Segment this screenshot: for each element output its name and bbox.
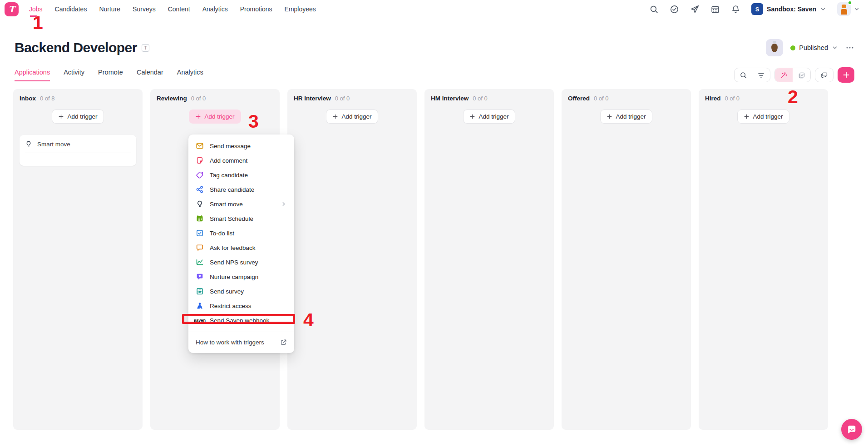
menu-item-send-nps-survey[interactable]: Send NPS survey [188, 255, 294, 269]
page-header-right: Published [766, 39, 854, 56]
add-trigger-button-hired[interactable]: Add trigger [737, 110, 789, 124]
nav-item-analytics[interactable]: Analytics [202, 5, 228, 13]
plus-icon [58, 114, 64, 119]
column-count: 0 of 0 [473, 95, 488, 102]
stage-column-hr-interview: HR Interview 0 of 0 Add trigger [287, 89, 417, 430]
nav-item-nurture[interactable]: Nurture [99, 5, 120, 13]
menu-item-send-message[interactable]: Send message [188, 139, 294, 153]
publish-status-dropdown[interactable]: Published [790, 44, 838, 51]
avatar-detail [773, 41, 776, 43]
nav-item-employees[interactable]: Employees [285, 5, 316, 13]
robot-avatar-head [842, 5, 846, 8]
more-options-icon[interactable] [845, 43, 854, 52]
published-status-dot [790, 45, 795, 50]
filter-icon [757, 71, 765, 79]
column-header: HM Interview 0 of 0 [431, 95, 547, 102]
search-icon[interactable] [649, 5, 659, 14]
robot-avatar-body [841, 9, 847, 15]
menu-item-todo-list[interactable]: To-do list [188, 226, 294, 240]
saven-logo: saven [194, 318, 206, 323]
menu-item-tag-candidate[interactable]: Tag candidate [188, 168, 294, 182]
add-trigger-button-hm-interview[interactable]: Add trigger [463, 110, 515, 124]
menu-footer-help-link[interactable]: How to work with triggers [188, 334, 294, 350]
add-trigger-button-reviewing[interactable]: Add trigger [189, 110, 241, 124]
add-candidate-button[interactable] [838, 67, 854, 83]
column-name: HR Interview [294, 95, 331, 102]
add-trigger-button-hr-interview[interactable]: Add trigger [326, 110, 378, 124]
search-icon [740, 71, 747, 79]
triggers-copy-group [774, 68, 811, 82]
chart-icon [196, 258, 204, 266]
tab-promote[interactable]: Promote [98, 69, 123, 81]
conversations-button[interactable] [815, 68, 833, 82]
stage-column-inbox: Inbox 0 of 8 Add trigger Smart move [13, 89, 143, 430]
triggers-wand-button[interactable] [775, 68, 793, 82]
online-status-dot [848, 0, 852, 5]
lightbulb-icon [196, 200, 204, 208]
plus-icon [332, 114, 338, 119]
chat-launcher-button[interactable] [841, 419, 862, 440]
page-title: Backend DeveloperT [15, 40, 149, 55]
menu-item-send-survey[interactable]: Send survey [188, 284, 294, 299]
top-nav-right: S Sandbox: Saven [649, 2, 860, 16]
stage-column-offered: Offered 0 of 0 Add trigger [562, 89, 691, 430]
avatar-detail [771, 44, 778, 52]
board-search-button[interactable] [735, 68, 752, 82]
nav-item-content[interactable]: Content [168, 5, 190, 13]
menu-item-add-comment[interactable]: Add comment [188, 153, 294, 168]
chevron-down-icon [820, 6, 826, 12]
menu-item-nurture-campaign[interactable]: Nurture campaign [188, 269, 294, 284]
checkbox-icon [196, 229, 204, 237]
add-trigger-button-inbox[interactable]: Add trigger [52, 110, 104, 124]
plus-icon [744, 114, 750, 119]
annotation-number-2: 2 [788, 88, 798, 106]
add-trigger-button-offered[interactable]: Add trigger [600, 110, 652, 124]
stage-column-hired: Hired 0 of 0 Add trigger [699, 89, 828, 430]
menu-item-smart-move[interactable]: Smart move [188, 197, 294, 211]
user-menu[interactable] [837, 2, 860, 16]
nav-item-candidates[interactable]: Candidates [55, 5, 87, 13]
share-icon [196, 185, 204, 194]
calendar-icon[interactable] [710, 5, 720, 14]
menu-item-share-candidate[interactable]: Share candidate [188, 182, 294, 197]
copy-triggers-button[interactable] [793, 68, 810, 82]
nav-item-surveys[interactable]: Surveys [133, 5, 156, 13]
column-header: Inbox 0 of 8 [20, 95, 136, 102]
paper-plane-icon[interactable] [690, 5, 700, 14]
menu-item-restrict-access[interactable]: Restrict access [188, 299, 294, 313]
workspace-switcher[interactable]: S Sandbox: Saven [751, 3, 826, 15]
tab-activity[interactable]: Activity [64, 69, 84, 81]
chat-smile-icon [847, 424, 857, 434]
column-name: Inbox [20, 95, 36, 102]
tab-calendar[interactable]: Calendar [137, 69, 163, 81]
speech-bubble-icon [196, 244, 204, 252]
trigger-card-smart-move[interactable]: Smart move [20, 135, 136, 166]
bell-icon[interactable] [731, 5, 740, 14]
column-header: Reviewing 0 of 0 [157, 95, 273, 102]
menu-item-ask-for-feedback[interactable]: Ask for feedback [188, 240, 294, 255]
chevron-down-icon [853, 6, 860, 12]
tab-analytics[interactable]: Analytics [177, 69, 203, 81]
column-header: HR Interview 0 of 0 [294, 95, 410, 102]
nav-item-promotions[interactable]: Promotions [240, 5, 272, 13]
job-owner-avatar[interactable] [766, 39, 783, 56]
nav-item-jobs[interactable]: Jobs [29, 5, 43, 13]
search-filter-group [734, 68, 770, 82]
pipeline-board: Inbox 0 of 8 Add trigger Smart move [0, 89, 868, 430]
chat-group [815, 68, 833, 82]
teamtailor-logo[interactable]: T [5, 2, 19, 16]
column-count: 0 of 8 [40, 95, 55, 102]
column-header: Hired 0 of 0 [705, 95, 822, 102]
column-name: Hired [705, 95, 721, 102]
menu-item-send-saven-webhook[interactable]: saven Send Saven webhook [188, 313, 294, 328]
envelope-icon [196, 142, 204, 150]
top-nav: T Jobs Candidates Nurture Surveys Conten… [0, 0, 868, 18]
tabs-row: Applications Activity Promote Calendar A… [15, 67, 854, 83]
card-divider [25, 153, 131, 153]
menu-item-smart-schedule[interactable]: Smart Schedule [188, 211, 294, 226]
check-circle-icon[interactable] [670, 5, 679, 14]
menu-divider [188, 332, 294, 332]
tab-applications[interactable]: Applications [15, 69, 50, 81]
magic-wand-icon [780, 71, 788, 79]
board-filter-button[interactable] [752, 68, 770, 82]
